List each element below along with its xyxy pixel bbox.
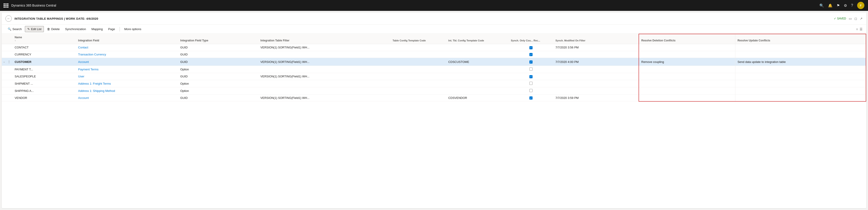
- cell-synch-only-coupled[interactable]: [508, 66, 553, 73]
- cell-integration-field[interactable]: Address 1: Shipping Method: [76, 87, 178, 94]
- cell-resolve-deletion-conflicts[interactable]: [639, 51, 735, 58]
- cell-resolve-deletion-conflicts[interactable]: Remove coupling: [639, 58, 735, 66]
- checkbox[interactable]: [529, 82, 532, 85]
- cell-integration-table-filter: [258, 87, 391, 94]
- table-row[interactable]: CURRENCYTransaction CurrencyGUID✓: [2, 51, 866, 58]
- col-integration-field-type[interactable]: Integration Field Type: [178, 34, 258, 44]
- cell-synch-modified-on-filter: 7/7/2020 4:00 PM: [553, 58, 639, 66]
- cell-resolve-update-conflicts[interactable]: [735, 94, 866, 101]
- cell-integration-field-type: GUID: [178, 51, 258, 58]
- col-integration-table-filter[interactable]: Integration Table Filter: [258, 34, 391, 44]
- cell-integration-field[interactable]: Account: [76, 94, 178, 101]
- cell-int-tbl-config-template-code: [446, 44, 508, 51]
- page-button[interactable]: Page: [106, 26, 117, 32]
- external-link-icon[interactable]: ◻: [855, 17, 857, 20]
- integration-table: Name ↑ Integration Field Integration Fie…: [2, 34, 866, 101]
- edit-list-icon: ✎: [27, 27, 30, 31]
- checkbox[interactable]: ✓: [529, 96, 532, 99]
- cell-synch-only-coupled[interactable]: ✓: [508, 44, 553, 51]
- cell-resolve-update-conflicts[interactable]: [735, 87, 866, 94]
- cell-table-config-template-code: [391, 51, 446, 58]
- row-menu-button[interactable]: ⋮: [6, 60, 11, 64]
- table-row[interactable]: VENDORAccountGUIDVERSION(1) SORTING(Fiel…: [2, 94, 866, 101]
- cell-resolve-deletion-conflicts[interactable]: [639, 66, 735, 73]
- cell-synch-only-coupled[interactable]: ✓: [508, 73, 553, 80]
- checkbox[interactable]: ✓: [529, 53, 532, 56]
- list-view-icon[interactable]: ☰: [860, 27, 863, 31]
- search-button[interactable]: 🔍 Search: [5, 26, 24, 32]
- col-resolve-update-conflicts[interactable]: Resolve Update Conflicts: [735, 34, 866, 44]
- cell-synch-only-coupled[interactable]: [508, 87, 553, 94]
- checkbox[interactable]: [529, 89, 532, 92]
- cell-synch-modified-on-filter: 7/7/2020 3:59 PM: [553, 94, 639, 101]
- bookmark-icon[interactable]: ▭: [849, 17, 852, 20]
- cell-resolve-deletion-conflicts[interactable]: [639, 80, 735, 87]
- mapping-button[interactable]: Mapping: [89, 26, 105, 32]
- table-row[interactable]: → ⋮CUSTOMERAccountGUIDVERSION(1) SORTING…: [2, 58, 866, 66]
- cell-resolve-update-conflicts[interactable]: Send data update to integration table: [735, 58, 866, 66]
- app-launcher-icon[interactable]: [4, 3, 8, 8]
- cell-synch-only-coupled[interactable]: ✓: [508, 51, 553, 58]
- edit-list-button[interactable]: ✎ Edit List: [25, 26, 44, 32]
- cell-integration-field[interactable]: Transaction Currency: [76, 51, 178, 58]
- cell-table-config-template-code: [391, 94, 446, 101]
- search-nav-icon[interactable]: 🔍: [819, 3, 824, 8]
- row-indicator-cell: [2, 87, 12, 94]
- cell-integration-field[interactable]: User: [76, 73, 178, 80]
- table-row[interactable]: SALESPEOPLEUserGUIDVERSION(1) SORTING(Fi…: [2, 73, 866, 80]
- checkbox[interactable]: [529, 67, 532, 70]
- cell-resolve-deletion-conflicts[interactable]: [639, 94, 735, 101]
- back-button[interactable]: ←: [5, 16, 12, 22]
- bell-icon[interactable]: 🔔: [828, 3, 833, 8]
- col-table-config-template-code[interactable]: Table Config Template Code: [391, 34, 446, 44]
- table-row[interactable]: CONTACTContactGUIDVERSION(1) SORTING(Fie…: [2, 44, 866, 51]
- checkbox[interactable]: ✓: [529, 46, 532, 49]
- cell-int-tbl-config-template-code: [446, 80, 508, 87]
- filter-icon[interactable]: ▿: [856, 27, 858, 31]
- settings-icon[interactable]: ⚙: [844, 3, 847, 8]
- cell-integration-field[interactable]: Account: [76, 58, 178, 66]
- table-row[interactable]: PAYMENT T...Payment TermsOption: [2, 66, 866, 73]
- flag-icon[interactable]: ⚑: [837, 3, 840, 8]
- cell-integration-table-filter: [258, 66, 391, 73]
- col-resolve-deletion-conflicts[interactable]: Resolve Deletion Conflicts: [639, 34, 735, 44]
- cell-name: VENDOR: [12, 94, 76, 101]
- cell-resolve-update-conflicts[interactable]: [735, 51, 866, 58]
- col-name[interactable]: Name ↑: [12, 34, 76, 44]
- cell-int-tbl-config-template-code: [446, 87, 508, 94]
- checkbox[interactable]: ✓: [529, 60, 532, 64]
- cell-name: CUSTOMER: [12, 58, 76, 66]
- cell-synch-only-coupled[interactable]: [508, 80, 553, 87]
- col-int-tbl-config-template-code[interactable]: Int. Tbl. Config Template Code: [446, 34, 508, 44]
- cell-synch-only-coupled[interactable]: ✓: [508, 94, 553, 101]
- help-icon[interactable]: ?: [851, 3, 853, 7]
- cell-resolve-deletion-conflicts[interactable]: [639, 87, 735, 94]
- cell-name: PAYMENT T...: [12, 66, 76, 73]
- cell-synch-modified-on-filter: [553, 73, 639, 80]
- checkbox[interactable]: ✓: [529, 75, 532, 78]
- expand-icon[interactable]: ↗: [860, 17, 863, 20]
- delete-button[interactable]: 🗑 Delete: [45, 26, 62, 32]
- cell-table-config-template-code: [391, 58, 446, 66]
- col-synch-only-coupled[interactable]: Synch. Only Cou... Rec...: [508, 34, 553, 44]
- cell-integration-field[interactable]: Payment Terms: [76, 66, 178, 73]
- cell-resolve-deletion-conflicts[interactable]: [639, 73, 735, 80]
- cell-synch-only-coupled[interactable]: ✓: [508, 58, 553, 66]
- col-synch-modified-on-filter[interactable]: Synch. Modified On Filter: [553, 34, 639, 44]
- table-row[interactable]: SHIPPING A...Address 1: Shipping MethodO…: [2, 87, 866, 94]
- avatar[interactable]: F: [857, 2, 864, 9]
- cell-integration-field[interactable]: Address 1: Freight Terms: [76, 80, 178, 87]
- cell-resolve-deletion-conflicts[interactable]: [639, 44, 735, 51]
- cell-integration-field-type: GUID: [178, 58, 258, 66]
- cell-resolve-update-conflicts[interactable]: [735, 73, 866, 80]
- col-integration-field[interactable]: Integration Field: [76, 34, 178, 44]
- more-options-button[interactable]: More options: [122, 26, 144, 32]
- cell-integration-field-type: Option: [178, 87, 258, 94]
- table-row[interactable]: SHIPMENT ...Address 1: Freight TermsOpti…: [2, 80, 866, 87]
- cell-integration-field[interactable]: Contact: [76, 44, 178, 51]
- cell-name: SHIPPING A...: [12, 87, 76, 94]
- cell-resolve-update-conflicts[interactable]: [735, 66, 866, 73]
- synchronization-button[interactable]: Synchronization: [63, 26, 88, 32]
- cell-resolve-update-conflicts[interactable]: [735, 44, 866, 51]
- cell-resolve-update-conflicts[interactable]: [735, 80, 866, 87]
